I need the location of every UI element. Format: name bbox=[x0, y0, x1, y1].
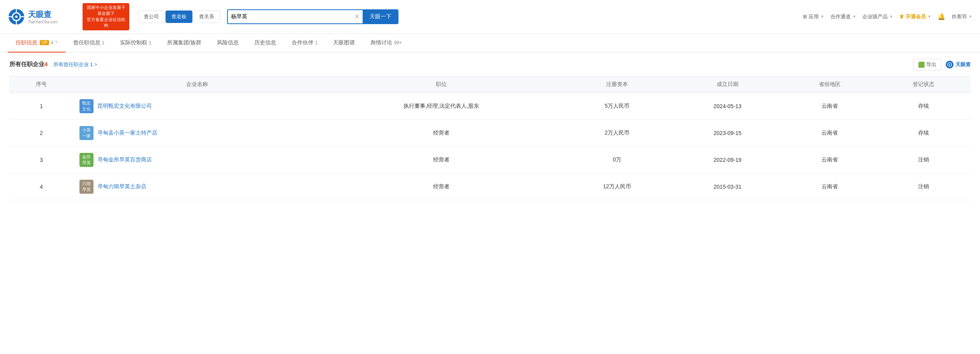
nav-tabs: 查公司 查老板 查关系 bbox=[138, 11, 220, 23]
cell-position: 执行董事,经理,法定代表人,股东 bbox=[321, 93, 562, 119]
chevron-down-icon-3: ▼ bbox=[889, 14, 893, 19]
cell-status: 存续 bbox=[877, 119, 971, 146]
section-title: 所有任职企业4 bbox=[9, 61, 49, 67]
sub-nav-control-badge: 1 bbox=[149, 40, 152, 46]
th-capital: 注册资本 bbox=[562, 76, 672, 93]
sub-nav-group-label: 所属集团/族群 bbox=[167, 39, 201, 46]
th-position: 职位 bbox=[321, 76, 562, 93]
action-vip-label: 开通会员 bbox=[906, 13, 926, 20]
cell-position: 经营者 bbox=[321, 146, 562, 173]
section-title-row: 所有任职企业4 所有曾任职企业 1 > 🟩 导出 天眼查 bbox=[9, 59, 971, 70]
export-button[interactable]: 🟩 导出 bbox=[913, 59, 941, 70]
cell-status: 注销 bbox=[877, 173, 971, 200]
action-cooperation[interactable]: 合作通道 ▼ bbox=[830, 13, 856, 20]
cell-status: 存续 bbox=[877, 93, 971, 119]
cell-province: 云南省 bbox=[783, 119, 877, 146]
company-avatar: 金所 早英 bbox=[79, 153, 93, 167]
sub-nav-history-label: 历史信息 bbox=[254, 39, 276, 46]
sub-nav-item-risk[interactable]: 风险信息 bbox=[209, 34, 247, 53]
bell-icon: 🔔 bbox=[938, 13, 945, 20]
sub-nav-item-partner[interactable]: 合作伙伴 1 bbox=[284, 34, 326, 53]
svg-point-6 bbox=[15, 16, 18, 18]
sub-nav-public-label: 舆情讨论 bbox=[370, 39, 392, 46]
th-province: 省份地区 bbox=[783, 76, 877, 93]
cell-company: 甄宏 文化 昆明甄宏文化有限公司 bbox=[73, 93, 321, 119]
companies-table: 序号 企业名称 职位 注册资本 成立日期 省份地区 登记状态 1 甄宏 文化 昆… bbox=[9, 76, 971, 200]
sub-nav-item-position[interactable]: 任职信息 VIP 4 ? bbox=[8, 34, 65, 53]
crown-icon: ♛ bbox=[899, 14, 904, 19]
search-area: ✕ 天眼一下 bbox=[227, 9, 398, 24]
content-area: 所有任职企业4 所有曾任职企业 1 > 🟩 导出 天眼查 bbox=[0, 53, 980, 207]
company-avatar: 甄宏 文化 bbox=[79, 99, 93, 113]
action-bell[interactable]: 🔔 bbox=[938, 13, 945, 20]
table-row: 1 甄宏 文化 昆明甄宏文化有限公司 执行董事,经理,法定代表人,股东 5万人民… bbox=[9, 93, 971, 119]
th-status: 登记状态 bbox=[877, 76, 971, 93]
grid-icon: ⊞ bbox=[803, 14, 807, 19]
tianyancha-small-icon bbox=[945, 60, 954, 69]
action-vip[interactable]: ♛ 开通会员 ▼ bbox=[899, 13, 931, 20]
cell-province: 云南省 bbox=[783, 146, 877, 173]
sub-nav-partner-label: 合作伙伴 bbox=[292, 39, 314, 46]
sub-nav-item-control[interactable]: 实际控制权 1 bbox=[112, 34, 159, 53]
sub-nav-control-label: 实际控制权 bbox=[120, 39, 147, 46]
sub-nav-position-badge: 4 bbox=[51, 40, 53, 46]
chevron-down-icon: ▼ bbox=[820, 14, 824, 19]
gov-badge: 国家中小企业发展子基金旗下 官方备案企业征信机构 bbox=[83, 3, 129, 30]
cell-index: 1 bbox=[9, 93, 73, 119]
sub-nav-past-badge: 1 bbox=[102, 40, 105, 46]
sub-nav-public-badge: 99+ bbox=[394, 40, 402, 46]
action-enterprise-label: 企业级产品 bbox=[862, 13, 888, 20]
section-title-sub[interactable]: 所有曾任职企业 1 > bbox=[53, 61, 97, 67]
chevron-down-icon-5: ▼ bbox=[968, 14, 972, 19]
sub-nav-item-group[interactable]: 所属集团/族群 bbox=[159, 34, 209, 53]
search-button[interactable]: 天眼一下 bbox=[363, 9, 398, 24]
th-company: 企业名称 bbox=[73, 76, 321, 93]
nav-tab-company[interactable]: 查公司 bbox=[138, 11, 165, 23]
logo-area: 天眼查 TianYanCha.com bbox=[8, 8, 78, 25]
search-input[interactable] bbox=[231, 14, 353, 20]
action-user[interactable]: 肖青羽 ▼ bbox=[952, 13, 972, 20]
action-apps[interactable]: ⊞ 应用 ▼ bbox=[803, 13, 824, 20]
action-cooperation-label: 合作通道 bbox=[830, 13, 851, 20]
sub-nav-item-history[interactable]: 历史信息 bbox=[247, 34, 284, 53]
company-name-link[interactable]: 昆明甄宏文化有限公司 bbox=[97, 103, 152, 110]
sub-nav-position-label: 任职信息 bbox=[16, 39, 37, 46]
tianyancha-logo-small: 天眼查 bbox=[945, 60, 971, 69]
company-avatar: 小英 一家 bbox=[79, 126, 93, 140]
company-name-link[interactable]: 寻甸六哨早英土杂店 bbox=[97, 183, 146, 190]
sub-nav-item-graph[interactable]: 天眼图谱 bbox=[325, 34, 363, 53]
user-name-label: 肖青羽 bbox=[952, 13, 967, 20]
cell-date: 2022-09-19 bbox=[672, 146, 783, 173]
sub-nav-risk-label: 风险信息 bbox=[217, 39, 239, 46]
cell-province: 云南省 bbox=[783, 93, 877, 119]
tianyancha-small-label: 天眼查 bbox=[955, 61, 971, 68]
cell-date: 2024-05-13 bbox=[672, 93, 783, 119]
company-name-link[interactable]: 寻甸金所早英百货商店 bbox=[97, 156, 152, 163]
table-row: 2 小英 一家 寻甸县小英一家土特产店 经营者 2万人民币 2023-09-15… bbox=[9, 119, 971, 146]
nav-tab-boss[interactable]: 查老板 bbox=[166, 11, 192, 23]
sub-nav-item-past[interactable]: 曾任职信息 1 bbox=[65, 34, 113, 53]
sub-nav-item-public[interactable]: 舆情讨论 99+ bbox=[363, 34, 409, 53]
cell-province: 云南省 bbox=[783, 173, 877, 200]
section-title-left: 所有任职企业4 所有曾任职企业 1 > bbox=[9, 61, 97, 68]
chevron-down-icon-2: ▼ bbox=[852, 14, 856, 19]
cell-date: 2023-09-15 bbox=[672, 119, 783, 146]
sub-nav-partner-badge: 1 bbox=[315, 40, 318, 46]
th-date: 成立日期 bbox=[672, 76, 783, 93]
logo-icon bbox=[8, 8, 25, 25]
search-clear-icon[interactable]: ✕ bbox=[354, 13, 360, 20]
cell-company: 小英 一家 寻甸县小英一家土特产店 bbox=[73, 119, 321, 146]
cell-capital: 5万人民币 bbox=[562, 93, 672, 119]
cell-capital: 2万人民币 bbox=[562, 119, 672, 146]
search-input-wrap: ✕ bbox=[227, 9, 363, 24]
past-position-link[interactable]: 所有曾任职企业 1 > bbox=[53, 61, 97, 67]
section-count: 4 bbox=[44, 61, 48, 67]
excel-icon: 🟩 bbox=[918, 61, 925, 68]
company-name-link[interactable]: 寻甸县小英一家土特产店 bbox=[97, 130, 157, 137]
cell-capital: 12万人民币 bbox=[562, 173, 672, 200]
logo-main: 天眼查 bbox=[28, 9, 58, 20]
sub-nav-past-label: 曾任职信息 bbox=[73, 39, 100, 46]
nav-tab-relation[interactable]: 查关系 bbox=[193, 11, 220, 23]
question-icon: ? bbox=[55, 40, 58, 46]
action-enterprise[interactable]: 企业级产品 ▼ bbox=[862, 13, 893, 20]
